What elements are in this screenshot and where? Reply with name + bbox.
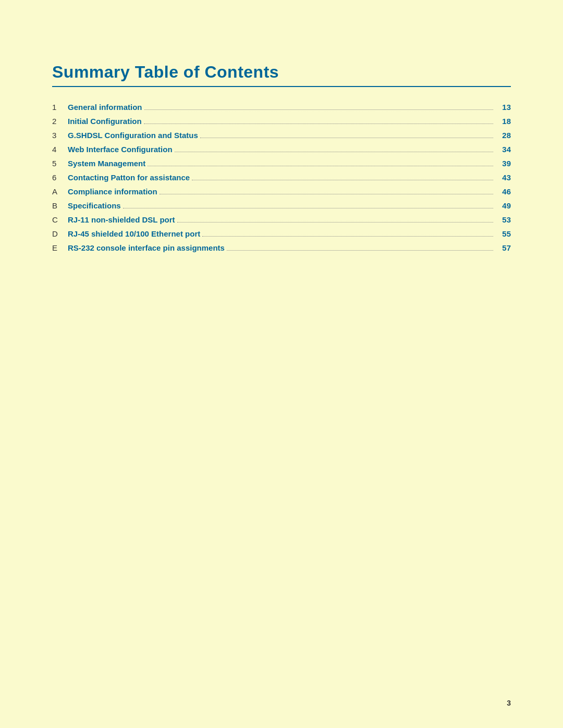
toc-entry-dots (202, 236, 493, 237)
toc-entry-dots (177, 222, 493, 223)
toc-row: 1General information13 (52, 103, 511, 112)
toc-entry-number: 6 (52, 173, 68, 182)
title-divider (52, 86, 511, 87)
toc-entry-number: E (52, 243, 68, 252)
toc-entry-number: A (52, 187, 68, 196)
toc-row: 5System Management39 (52, 159, 511, 168)
toc-entry-number: 2 (52, 117, 68, 126)
toc-entry-label[interactable]: General information (68, 103, 142, 112)
toc-entry-label[interactable]: Initial Configuration (68, 117, 142, 126)
toc-row: 6Contacting Patton for assistance43 (52, 173, 511, 182)
toc-entry-page: 34 (495, 145, 511, 154)
toc-entry-label[interactable]: Compliance information (68, 187, 157, 196)
toc-row: 4Web Interface Configuration34 (52, 145, 511, 154)
toc-entry-page: 57 (495, 243, 511, 252)
toc-entry-number: 3 (52, 131, 68, 140)
toc-entry-dots (192, 180, 493, 180)
toc-entry-label[interactable]: RJ-45 shielded 10/100 Ethernet port (68, 229, 200, 238)
toc-entry-label[interactable]: System Management (68, 159, 145, 168)
toc-entry-page: 49 (495, 201, 511, 210)
toc-entry-page: 39 (495, 159, 511, 168)
toc-entry-page: 18 (495, 117, 511, 126)
toc-row: DRJ-45 shielded 10/100 Ethernet port55 (52, 229, 511, 238)
toc-entry-number: 1 (52, 103, 68, 112)
toc-entry-dots (144, 109, 493, 110)
toc-row: ACompliance information46 (52, 187, 511, 196)
page-container: Summary Table of Contents 1General infor… (0, 0, 563, 299)
toc-row: BSpecifications49 (52, 201, 511, 210)
toc-entry-dots (123, 208, 493, 208)
toc-entry-number: C (52, 215, 68, 224)
toc-row: CRJ-11 non-shielded DSL port53 (52, 215, 511, 224)
toc-entry-dots (200, 138, 493, 138)
toc-row: ERS-232 console interface pin assignment… (52, 243, 511, 252)
toc-entry-number: D (52, 229, 68, 238)
toc-entry-dots (148, 166, 493, 166)
toc-entry-page: 53 (495, 215, 511, 224)
toc-entry-label[interactable]: G.SHDSL Configuration and Status (68, 131, 198, 140)
toc-entry-dots (160, 194, 493, 194)
toc-entry-number: 4 (52, 145, 68, 154)
toc-entry-page: 46 (495, 187, 511, 196)
toc-row: 3G.SHDSL Configuration and Status28 (52, 131, 511, 140)
toc-entry-number: B (52, 201, 68, 210)
toc-row: 2Initial Configuration18 (52, 117, 511, 126)
toc-entry-page: 43 (495, 173, 511, 182)
toc-entry-page: 55 (495, 229, 511, 238)
toc-entry-page: 28 (495, 131, 511, 140)
toc-entry-label[interactable]: RJ-11 non-shielded DSL port (68, 215, 175, 224)
toc-entry-dots (144, 124, 493, 124)
toc-entry-label[interactable]: Specifications (68, 201, 121, 210)
toc-entry-label[interactable]: Contacting Patton for assistance (68, 173, 190, 182)
page-number: 3 (507, 699, 511, 707)
toc-entry-label[interactable]: RS-232 console interface pin assignments (68, 243, 225, 252)
toc-entry-dots (175, 152, 493, 152)
toc-entry-page: 13 (495, 103, 511, 112)
toc-entry-label[interactable]: Web Interface Configuration (68, 145, 173, 154)
page-title: Summary Table of Contents (52, 63, 511, 82)
toc-nav: 1General information132Initial Configura… (52, 103, 511, 252)
toc-entry-dots (227, 250, 493, 251)
toc-entry-number: 5 (52, 159, 68, 168)
